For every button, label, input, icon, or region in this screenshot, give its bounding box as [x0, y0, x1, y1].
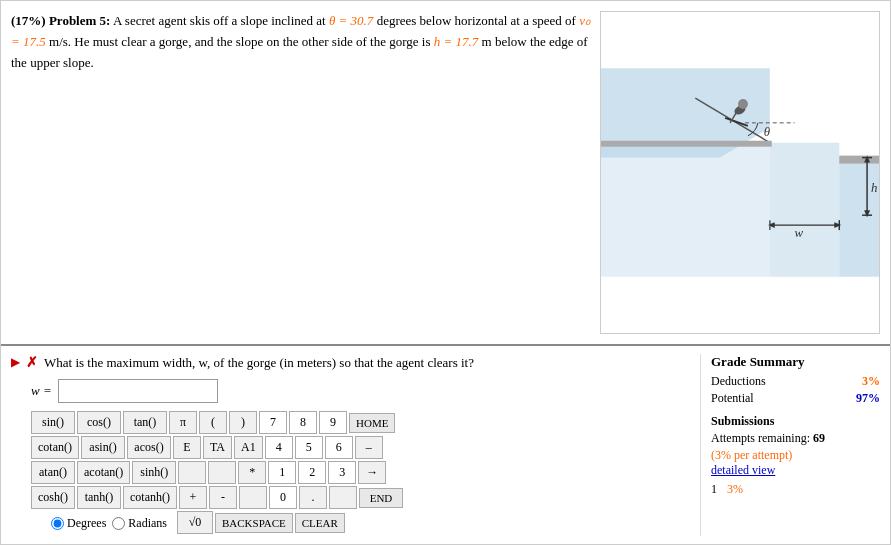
ta-button[interactable]: TA [203, 436, 232, 459]
svg-rect-25 [601, 143, 770, 277]
calc-section: sin() cos() tan() π ( ) 7 8 9 HOME cotan… [31, 411, 690, 534]
sub-num: 1 [711, 482, 717, 497]
num-0-button[interactable]: 0 [269, 486, 297, 509]
calc-row-3: atan() acotan() sinh() * 1 2 3 → [31, 461, 690, 484]
num-6-button[interactable]: 6 [325, 436, 353, 459]
h-value: h = 17.7 [434, 34, 479, 49]
question-row: ▶ ✗ What is the maximum width, w, of the… [11, 354, 690, 371]
clear-button[interactable]: CLEAR [295, 513, 345, 533]
num-3-button[interactable]: 3 [328, 461, 356, 484]
cosh-button[interactable]: cosh() [31, 486, 75, 509]
arrow-right-button[interactable]: → [358, 461, 386, 484]
calc-row-4: cosh() tanh() cotanh() + - 0 . END [31, 486, 690, 509]
problem-text2: degrees below horizontal at a speed of [373, 13, 579, 28]
svg-rect-11 [839, 156, 879, 164]
empty1-button[interactable] [178, 461, 206, 484]
degrees-radio[interactable] [51, 517, 64, 530]
calc-row-2: cotan() asin() acos() E TA A1 4 5 6 – [31, 436, 690, 459]
svg-text:h: h [871, 181, 877, 195]
degrees-label[interactable]: Degrees [51, 516, 106, 531]
svg-text:w: w [795, 226, 804, 240]
degrees-radians-row: Degrees Radians [51, 516, 167, 531]
empty4-button[interactable] [329, 486, 357, 509]
decimal-button[interactable]: . [299, 486, 327, 509]
end-button[interactable]: END [359, 488, 403, 508]
attempts-label: Attempts remaining: [711, 431, 810, 445]
atan-button[interactable]: atan() [31, 461, 75, 484]
svg-rect-26 [601, 141, 772, 147]
problem-text1: A secret agent skis off a slope inclined… [110, 13, 329, 28]
attempts-remaining: Attempts remaining: 69 [711, 431, 880, 446]
open-paren-button[interactable]: ( [199, 411, 227, 434]
deductions-row: Deductions 3% [711, 374, 880, 389]
radians-label[interactable]: Radians [112, 516, 167, 531]
sqrt-button[interactable]: √0 [177, 511, 213, 534]
close-paren-button[interactable]: ) [229, 411, 257, 434]
bottom-area: ▶ ✗ What is the maximum width, w, of the… [1, 346, 890, 544]
num-5-button[interactable]: 5 [295, 436, 323, 459]
potential-label: Potential [711, 391, 754, 406]
w-label: w = [31, 383, 52, 399]
attempts-value: 69 [813, 431, 825, 445]
diagram-area: θ [600, 11, 880, 334]
minus-button[interactable]: - [209, 486, 237, 509]
num-1-button[interactable]: 1 [268, 461, 296, 484]
submission-table: 1 3% [711, 482, 880, 497]
svg-point-6 [738, 99, 748, 109]
num-8-button[interactable]: 8 [289, 411, 317, 434]
pi-button[interactable]: π [169, 411, 197, 434]
svg-text:θ: θ [764, 125, 771, 139]
sin-button[interactable]: sin() [31, 411, 75, 434]
grade-title: Grade Summary [711, 354, 880, 370]
potential-value: 97% [856, 391, 880, 406]
acos-button[interactable]: acos() [127, 436, 171, 459]
deductions-value: 3% [862, 374, 880, 389]
home-button[interactable]: HOME [349, 413, 395, 433]
num-7-button[interactable]: 7 [259, 411, 287, 434]
potential-row: Potential 97% [711, 391, 880, 406]
num-2-button[interactable]: 2 [298, 461, 326, 484]
problem-text3: m/s. He must clear a gorge, and the slop… [46, 34, 434, 49]
calc-row-1: sin() cos() tan() π ( ) 7 8 9 HOME [31, 411, 690, 434]
detailed-view-link[interactable]: detailed view [711, 463, 775, 477]
multiply-button[interactable]: * [238, 461, 266, 484]
left-section: ▶ ✗ What is the maximum width, w, of the… [11, 354, 690, 536]
grade-summary: Grade Summary Deductions 3% Potential 97… [700, 354, 880, 536]
acotan-button[interactable]: acotan() [77, 461, 130, 484]
cotan-button[interactable]: cotan() [31, 436, 79, 459]
problem-area: (17%) Problem 5: A secret agent skis off… [1, 1, 890, 346]
theta-value: θ = 30.7 [329, 13, 373, 28]
empty3-button[interactable] [239, 486, 267, 509]
cotanh-button[interactable]: cotanh() [123, 486, 177, 509]
backspace-button[interactable]: BACKSPACE [215, 513, 293, 533]
main-container: (17%) Problem 5: A secret agent skis off… [0, 0, 891, 545]
sub-pct: 3% [727, 482, 743, 497]
problem-diagram: θ [601, 12, 879, 333]
svg-rect-10 [839, 158, 879, 277]
problem-text: (17%) Problem 5: A secret agent skis off… [11, 11, 600, 334]
tan-button[interactable]: tan() [123, 411, 167, 434]
degrees-text: Degrees [67, 516, 106, 531]
cos-button[interactable]: cos() [77, 411, 121, 434]
empty2-button[interactable] [208, 461, 236, 484]
num-4-button[interactable]: 4 [265, 436, 293, 459]
plus-button[interactable]: + [179, 486, 207, 509]
arrow-icon: ▶ [11, 355, 20, 370]
problem-header: (17%) Problem 5: [11, 13, 110, 28]
radians-text: Radians [128, 516, 167, 531]
radians-radio[interactable] [112, 517, 125, 530]
num-9-button[interactable]: 9 [319, 411, 347, 434]
calc-row-5: Degrees Radians √0 BACKSPACE CLEAR [31, 511, 690, 534]
exp-button[interactable]: E [173, 436, 201, 459]
svg-rect-9 [770, 143, 840, 277]
minus-long-button[interactable]: – [355, 436, 383, 459]
x-icon: ✗ [26, 354, 38, 371]
a1-button[interactable]: A1 [234, 436, 263, 459]
answer-input[interactable] [58, 379, 218, 403]
asin-button[interactable]: asin() [81, 436, 125, 459]
sinh-button[interactable]: sinh() [132, 461, 176, 484]
tanh-button[interactable]: tanh() [77, 486, 121, 509]
deductions-label: Deductions [711, 374, 766, 389]
question-text: What is the maximum width, w, of the gor… [44, 355, 474, 371]
deduction-note: (3% per attempt) [711, 448, 880, 463]
